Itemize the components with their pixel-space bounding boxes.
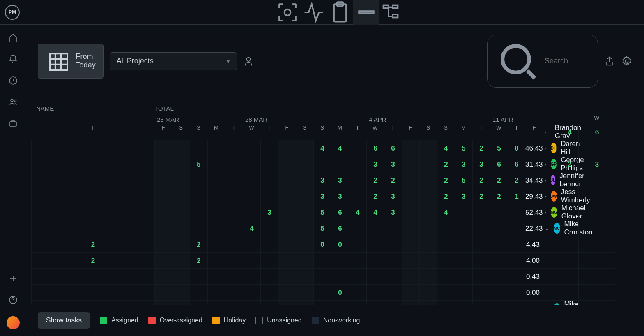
tab-activity[interactable]	[301, 0, 327, 25]
workload-cell[interactable]	[490, 300, 508, 305]
workload-cell[interactable]	[578, 268, 615, 284]
workload-cell[interactable]	[331, 300, 349, 305]
workload-cell[interactable]	[366, 252, 384, 268]
workload-cell[interactable]	[243, 252, 260, 268]
workload-cell[interactable]	[472, 204, 490, 220]
workload-cell[interactable]: 0	[313, 236, 331, 252]
workload-cell[interactable]	[154, 300, 172, 305]
workload-cell[interactable]: 2	[490, 188, 508, 204]
workload-cell[interactable]	[172, 220, 190, 236]
workload-cell[interactable]	[437, 252, 455, 268]
workload-cell[interactable]	[490, 268, 508, 284]
person-row[interactable]: › JL Jennifer Lennon	[543, 172, 561, 188]
workload-cell[interactable]	[508, 300, 525, 305]
workload-cell[interactable]	[278, 252, 296, 268]
workload-cell[interactable]: 3	[384, 188, 402, 204]
workload-cell[interactable]	[190, 172, 207, 188]
workload-cell[interactable]	[172, 300, 190, 305]
workload-cell[interactable]	[225, 204, 243, 220]
workload-cell[interactable]: 6	[578, 124, 615, 140]
workload-cell[interactable]	[31, 300, 154, 305]
user-avatar[interactable]	[7, 316, 20, 329]
workload-cell[interactable]: 3	[331, 172, 349, 188]
workload-cell[interactable]: 3	[472, 156, 490, 172]
workload-cell[interactable]	[225, 220, 243, 236]
workload-cell[interactable]	[260, 140, 278, 156]
workload-cell[interactable]	[578, 188, 615, 204]
workload-cell[interactable]	[561, 268, 578, 284]
workload-cell[interactable]	[402, 252, 419, 268]
workload-cell[interactable]	[490, 252, 508, 268]
workload-cell[interactable]	[243, 268, 260, 284]
workload-cell[interactable]: 2	[472, 140, 490, 156]
workload-cell[interactable]	[349, 140, 366, 156]
workload-cell[interactable]	[31, 172, 154, 188]
workload-cell[interactable]	[437, 268, 455, 284]
person-row[interactable]: › DH Daren Hill	[543, 140, 561, 156]
workload-cell[interactable]	[225, 156, 243, 172]
workload-cell[interactable]	[578, 140, 615, 156]
workload-cell[interactable]	[384, 252, 402, 268]
workload-cell[interactable]	[190, 284, 207, 300]
workload-cell[interactable]: 5	[490, 140, 508, 156]
workload-cell[interactable]	[349, 172, 366, 188]
workload-cell[interactable]	[349, 268, 366, 284]
tab-scan[interactable]	[274, 0, 301, 25]
workload-cell[interactable]: 3	[331, 188, 349, 204]
workload-cell[interactable]	[490, 220, 508, 236]
workload-cell[interactable]	[366, 268, 384, 284]
workload-cell[interactable]	[31, 268, 154, 284]
workload-cell[interactable]	[384, 300, 402, 305]
workload-cell[interactable]	[278, 284, 296, 300]
workload-cell[interactable]	[384, 236, 402, 252]
workload-cell[interactable]	[402, 236, 419, 252]
from-today-button[interactable]: From Today	[38, 44, 104, 79]
workload-cell[interactable]	[349, 220, 366, 236]
workload-cell[interactable]: 2	[190, 236, 207, 252]
workload-cell[interactable]	[31, 284, 154, 300]
workload-cell[interactable]	[296, 172, 313, 188]
workload-cell[interactable]: 4	[561, 124, 578, 140]
workload-cell[interactable]: 2	[384, 172, 402, 188]
workload-cell[interactable]: 4	[243, 220, 260, 236]
workload-cell[interactable]: 5	[455, 140, 472, 156]
workload-cell[interactable]	[578, 236, 615, 252]
workload-cell[interactable]	[172, 172, 190, 188]
workload-cell[interactable]	[419, 284, 437, 300]
project-filter-dropdown[interactable]: All Projects ▾	[110, 52, 237, 70]
workload-cell[interactable]	[349, 252, 366, 268]
workload-cell[interactable]	[154, 204, 172, 220]
workload-cell[interactable]	[172, 236, 190, 252]
workload-cell[interactable]	[260, 172, 278, 188]
workload-cell[interactable]	[419, 220, 437, 236]
workload-cell[interactable]	[419, 156, 437, 172]
workload-cell[interactable]	[508, 284, 525, 300]
workload-cell[interactable]	[278, 268, 296, 284]
search-box[interactable]	[487, 35, 598, 88]
workload-cell[interactable]	[402, 300, 419, 305]
workload-cell[interactable]: 3	[455, 156, 472, 172]
workload-cell[interactable]	[243, 156, 260, 172]
workload-cell[interactable]: 2	[366, 172, 384, 188]
workload-cell[interactable]	[402, 188, 419, 204]
workload-cell[interactable]: 3	[313, 188, 331, 204]
person-row[interactable]: › MG Michael Glover	[543, 204, 561, 220]
workload-cell[interactable]	[296, 156, 313, 172]
workload-cell[interactable]	[207, 220, 225, 236]
workload-cell[interactable]	[260, 236, 278, 252]
workload-cell[interactable]	[578, 252, 615, 268]
workload-cell[interactable]	[313, 156, 331, 172]
workload-cell[interactable]	[437, 236, 455, 252]
workload-cell[interactable]: 1	[508, 188, 525, 204]
workload-cell[interactable]	[349, 236, 366, 252]
person-filter-button[interactable]	[243, 56, 254, 67]
workload-cell[interactable]	[243, 236, 260, 252]
workload-cell[interactable]	[331, 156, 349, 172]
workload-cell[interactable]	[278, 204, 296, 220]
workload-cell[interactable]: 2	[561, 156, 578, 172]
workload-cell[interactable]	[455, 236, 472, 252]
workload-cell[interactable]	[349, 188, 366, 204]
workload-cell[interactable]	[31, 156, 154, 172]
workload-cell[interactable]	[154, 140, 172, 156]
workload-cell[interactable]: 2	[31, 236, 154, 252]
